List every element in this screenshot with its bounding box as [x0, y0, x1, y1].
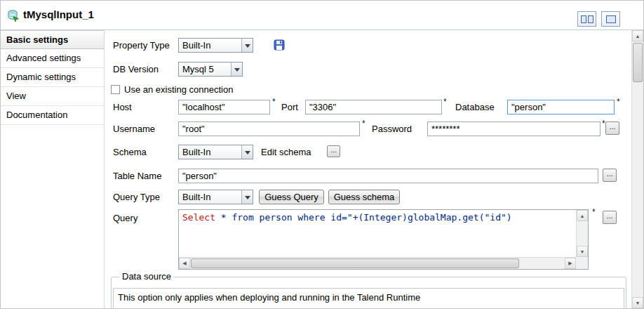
query-type-label: Query Type [113, 190, 160, 204]
edit-schema-button[interactable]: ... [327, 145, 340, 157]
scroll-up-icon[interactable]: ▲ [577, 210, 588, 221]
split-view-icon [588, 15, 593, 23]
chevron-down-icon [231, 63, 242, 76]
schema-label: Schema [113, 145, 147, 159]
required-marker: * [362, 119, 365, 129]
page-title: tMysqlInput_1 [23, 8, 94, 20]
query-label: Query [113, 211, 137, 225]
db-version-label: DB Version [113, 63, 159, 77]
header-toolbar [577, 11, 620, 27]
username-input[interactable] [178, 121, 360, 136]
header: tMysqlInput_1 [1, 1, 643, 30]
required-marker: * [272, 97, 276, 107]
use-existing-connection-label: Use an existing connection [124, 83, 233, 97]
split-view-button[interactable] [577, 11, 596, 27]
required-marker: * [443, 97, 447, 107]
sidebar-item-advanced-settings[interactable]: Advanced settings [1, 49, 104, 68]
port-label: Port [281, 100, 298, 114]
db-version-combo[interactable]: Mysql 5 [178, 62, 243, 77]
save-property-button[interactable] [274, 39, 285, 51]
query-body: * from person where id="+(Integer)global… [215, 212, 512, 223]
database-input[interactable] [507, 100, 615, 114]
scroll-up-icon[interactable]: ▲ [632, 30, 643, 41]
mysql-component-icon [7, 9, 20, 22]
query-horizontal-scrollbar[interactable]: ◀ ▶ [179, 257, 576, 269]
property-type-value: Built-In [179, 39, 241, 52]
query-keyword: Select [182, 212, 215, 223]
required-marker: * [602, 119, 605, 129]
basic-settings-form: Property Type Built-In DB Version Mysql … [105, 30, 631, 308]
schema-combo[interactable]: Built-In [178, 145, 253, 159]
query-editor[interactable]: Select * from person where id="+(Integer… [178, 209, 589, 270]
horizontal-scroll-thumb[interactable] [191, 258, 519, 268]
schema-value: Built-In [179, 145, 241, 159]
db-version-value: Mysql 5 [179, 63, 231, 76]
query-type-value: Built-In [179, 190, 241, 204]
maximize-view-icon [606, 15, 616, 23]
password-input[interactable] [427, 121, 601, 136]
chevron-down-icon [241, 190, 253, 204]
database-label: Database [455, 100, 495, 114]
sidebar-item-dynamic-settings[interactable]: Dynamic settings [1, 68, 104, 87]
split-view-icon [581, 15, 586, 23]
vertical-scroll-thumb[interactable] [633, 43, 643, 82]
scroll-down-icon[interactable]: ▼ [632, 297, 643, 308]
sidebar-item-basic-settings[interactable]: Basic settings [1, 30, 104, 49]
panel-vertical-scrollbar[interactable]: ▲ ▼ [631, 30, 643, 308]
settings-sidebar: Basic settings Advanced settings Dynamic… [1, 30, 105, 308]
table-name-input[interactable] [178, 169, 598, 183]
edit-schema-label: Edit schema [261, 145, 311, 159]
scrollbar-corner [576, 257, 588, 269]
username-label: Username [113, 122, 155, 136]
query-ellipsis-button[interactable]: ... [603, 211, 617, 224]
guess-query-button[interactable]: Guess Query [259, 190, 324, 204]
scroll-down-icon[interactable]: ▼ [577, 246, 588, 257]
data-source-note: This option only applies when deploying … [113, 288, 624, 309]
maximize-view-button[interactable] [601, 11, 620, 27]
table-name-ellipsis-button[interactable]: ... [603, 169, 617, 182]
sidebar-item-view[interactable]: View [1, 87, 104, 106]
table-name-label: Table Name [113, 169, 161, 183]
query-vertical-scrollbar[interactable]: ▲ ▼ [576, 210, 588, 257]
port-input[interactable] [305, 100, 442, 114]
required-marker: * [592, 207, 596, 217]
property-type-label: Property Type [113, 39, 170, 53]
host-label: Host [113, 100, 132, 114]
query-text[interactable]: Select * from person where id="+(Integer… [179, 210, 576, 257]
scroll-left-icon[interactable]: ◀ [179, 258, 190, 269]
password-label: Password [372, 122, 412, 136]
password-ellipsis-button[interactable]: ... [605, 121, 619, 135]
component-settings-panel: tMysqlInput_1 Basic settings Advanced se… [0, 0, 644, 309]
scroll-right-icon[interactable]: ▶ [565, 258, 576, 269]
sidebar-item-documentation[interactable]: Documentation [1, 106, 104, 125]
required-marker: * [617, 97, 620, 107]
host-input[interactable] [178, 100, 270, 114]
property-type-combo[interactable]: Built-In [178, 38, 253, 53]
chevron-down-icon [241, 39, 253, 52]
data-source-group: Data source This option only applies whe… [111, 277, 626, 309]
data-source-title: Data source [119, 271, 174, 282]
query-type-combo[interactable]: Built-In [178, 190, 253, 204]
use-existing-connection-checkbox[interactable] [111, 85, 120, 94]
guess-schema-button[interactable]: Guess schema [328, 190, 400, 204]
chevron-down-icon [241, 145, 253, 159]
